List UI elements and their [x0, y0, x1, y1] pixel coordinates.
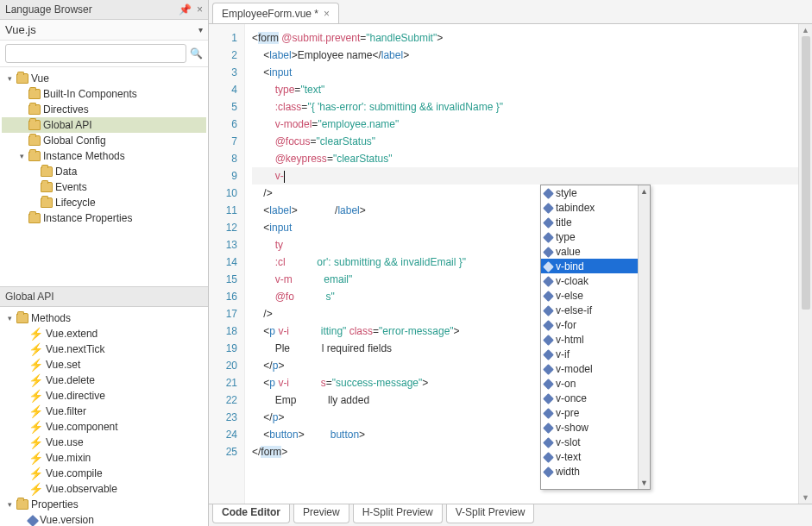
tree-item[interactable]: ⚡Vue.use [2, 435, 206, 450]
autocomplete-label: title [556, 216, 572, 229]
tree-item[interactable]: Instance Properties [2, 210, 206, 226]
scroll-down-icon[interactable]: ▼ [640, 477, 648, 489]
code-line: @fo s" [252, 288, 798, 305]
tree-label: Vue.version [40, 514, 94, 526]
autocomplete-item[interactable]: v-on [541, 376, 638, 391]
cube-icon [543, 305, 554, 316]
tree-item[interactable]: Directives [2, 102, 206, 117]
code-area[interactable]: <form @submit.prevent="handleSubmit"> <l… [245, 24, 798, 504]
autocomplete-item[interactable]: v-bind [541, 259, 638, 273]
scroll-up-icon[interactable]: ▲ [800, 24, 811, 36]
tree-toggle-icon[interactable]: ▾ [17, 152, 26, 160]
code-line: :class="{ 'has-error': submitting && inv… [252, 98, 798, 116]
tree-item[interactable]: ⚡Vue.filter [2, 404, 206, 419]
scroll-down-icon[interactable]: ▼ [800, 492, 811, 504]
autocomplete-item[interactable]: v-text [541, 449, 638, 464]
autocomplete-item[interactable]: width [541, 464, 638, 479]
code-line: @keypress="clearStatus" [252, 150, 798, 167]
code-line: </p> [252, 357, 798, 374]
scroll-up-icon[interactable]: ▲ [640, 185, 648, 197]
autocomplete-item[interactable]: v-pre [541, 405, 638, 420]
scroll-thumb[interactable] [802, 36, 810, 310]
tree-item[interactable]: ⚡Vue.mixin [2, 450, 206, 466]
line-number: 16 [209, 288, 237, 305]
code-line: ty [252, 236, 798, 254]
autocomplete-label: v-model [556, 363, 593, 375]
autocomplete-item[interactable]: v-if [541, 347, 638, 361]
tree-item[interactable]: Global Config [2, 133, 206, 148]
tree-item[interactable]: Built-In Components [2, 86, 206, 102]
file-tab[interactable]: EmployeeForm.vue * × [212, 3, 339, 23]
autocomplete-item[interactable]: v-else [541, 288, 638, 303]
autocomplete-label: v-slot [556, 436, 581, 448]
tree-item[interactable]: ▾Vue [2, 71, 206, 86]
search-icon[interactable]: 🔍 [190, 47, 203, 59]
pin-icon[interactable]: 📌 [179, 3, 192, 16]
tree-label: Instance Properties [43, 212, 132, 224]
tree-item[interactable]: ⚡Vue.delete [2, 373, 206, 388]
line-number: 25 [209, 443, 237, 460]
tree-item[interactable]: Events [2, 179, 206, 195]
code-line: <label> /label> [252, 202, 798, 219]
folder-icon [16, 499, 28, 510]
bolt-icon: ⚡ [28, 391, 43, 401]
api-tree: ▾Methods⚡Vue.extend⚡Vue.nextTick⚡Vue.set… [0, 307, 208, 526]
autocomplete-item[interactable]: style [541, 185, 638, 200]
line-number: 19 [209, 340, 237, 357]
autocomplete-item[interactable]: v-model [541, 361, 638, 376]
tree-item[interactable]: ⚡Vue.observable [2, 481, 206, 497]
editor-scrollbar[interactable]: ▲ ▼ [798, 24, 812, 504]
tree-toggle-icon[interactable]: ▾ [5, 314, 14, 322]
tree-item[interactable]: ⚡Vue.set [2, 357, 206, 373]
autocomplete-item[interactable]: tabindex [541, 200, 638, 215]
line-number: 9 [209, 167, 237, 185]
bottom-tab[interactable]: Code Editor [212, 504, 290, 523]
tree-item[interactable]: Data [2, 164, 206, 179]
tree-item[interactable]: ▾Properties [2, 497, 206, 512]
autocomplete-item[interactable]: v-else-if [541, 303, 638, 317]
line-number: 1 [209, 29, 237, 47]
autocomplete-scrollbar[interactable]: ▲ ▼ [638, 185, 650, 489]
bottom-tab[interactable]: H-Split Preview [353, 504, 443, 523]
close-icon[interactable]: × [197, 3, 203, 16]
tree-item[interactable]: ▾Instance Methods [2, 148, 206, 164]
tree-label: Vue.directive [46, 390, 105, 402]
search-input[interactable] [5, 44, 186, 63]
autocomplete-label: width [556, 466, 580, 478]
tree-toggle-icon[interactable]: ▾ [5, 500, 14, 509]
tree-label: Vue.component [46, 421, 118, 433]
autocomplete-item[interactable]: value [541, 244, 638, 259]
bottom-tab[interactable]: V-Split Preview [446, 504, 535, 523]
tree-item[interactable]: ▾Methods [2, 310, 206, 326]
bolt-icon: ⚡ [28, 453, 43, 463]
bolt-icon: ⚡ [28, 468, 43, 479]
code-line: v- [252, 167, 798, 185]
tree-item[interactable]: Global API [2, 117, 206, 133]
cube-icon [543, 393, 554, 404]
bottom-tab[interactable]: Preview [293, 504, 349, 523]
tree-item[interactable]: Vue.version [2, 512, 206, 526]
panel-title: Language Browser [5, 3, 92, 16]
autocomplete-item[interactable]: v-cloak [541, 273, 638, 288]
close-icon[interactable]: × [324, 8, 330, 20]
autocomplete-item[interactable]: v-for [541, 317, 638, 332]
autocomplete-item[interactable]: v-slot [541, 435, 638, 449]
tree-item[interactable]: ⚡Vue.directive [2, 388, 206, 404]
tree-item[interactable]: Lifecycle [2, 195, 206, 210]
autocomplete-item[interactable]: v-once [541, 391, 638, 405]
tree-item[interactable]: ⚡Vue.extend [2, 326, 206, 341]
language-dropdown[interactable]: Vue.js ▾ [0, 20, 208, 41]
tree-label: Global Config [43, 135, 106, 147]
autocomplete-item[interactable]: v-html [541, 332, 638, 347]
autocomplete-label: v-html [556, 334, 584, 346]
autocomplete-item[interactable]: v-show [541, 420, 638, 435]
tree-item[interactable]: ⚡Vue.component [2, 419, 206, 435]
autocomplete-item[interactable]: title [541, 215, 638, 229]
code-line: :cl or': submitting && invalidEmail }" [252, 254, 798, 271]
tree-item[interactable]: ⚡Vue.compile [2, 466, 206, 481]
tree-item[interactable]: ⚡Vue.nextTick [2, 341, 206, 357]
autocomplete-item[interactable]: type [541, 229, 638, 244]
tree-label: Vue.observable [46, 483, 117, 495]
tree-toggle-icon[interactable]: ▾ [5, 74, 14, 83]
code-line: <form @submit.prevent="handleSubmit"> [252, 29, 798, 47]
